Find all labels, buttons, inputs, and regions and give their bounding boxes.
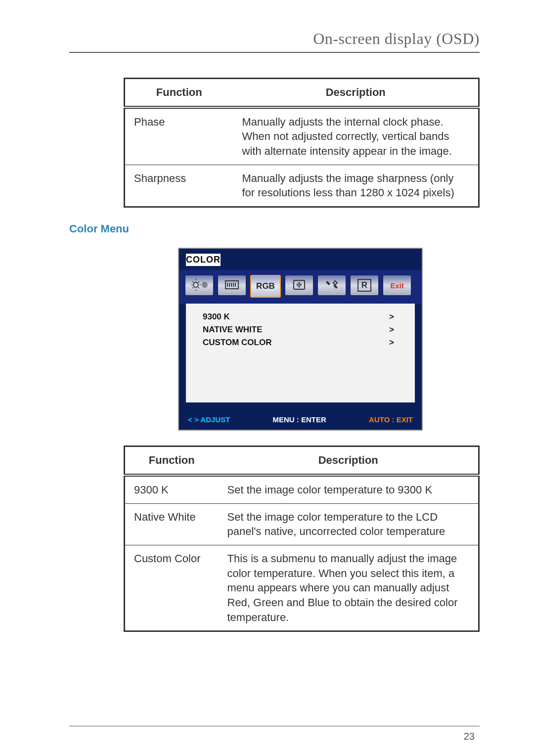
reset-icon: R bbox=[357, 279, 371, 292]
tools-icon bbox=[323, 278, 340, 293]
osd-tab-position[interactable] bbox=[285, 275, 313, 296]
page-number: 23 bbox=[464, 731, 475, 742]
osd-hint-auto: AUTO : EXIT bbox=[369, 415, 413, 424]
osd-screenshot: COLOR RGB bbox=[178, 248, 423, 431]
exit-icon: Exit bbox=[390, 281, 404, 290]
chevron-right-icon: > bbox=[389, 325, 394, 335]
osd-tab-exit[interactable]: Exit bbox=[383, 275, 411, 296]
osd-body: 9300 K > NATIVE WHITE > CUSTOM COLOR > bbox=[186, 304, 415, 402]
svg-point-0 bbox=[193, 282, 198, 287]
t2-r2-function: Custom Color bbox=[125, 545, 219, 631]
osd-item-label: 9300 K bbox=[203, 312, 230, 322]
t1-header-function: Function bbox=[125, 79, 233, 107]
t1-r1-description: Manually adjusts the image sharpness (on… bbox=[233, 165, 479, 207]
t2-r1-function: Native White bbox=[125, 503, 219, 545]
osd-item[interactable]: 9300 K > bbox=[203, 311, 406, 323]
osd-tab-brightness[interactable] bbox=[185, 275, 214, 296]
rgb-icon: RGB bbox=[256, 281, 275, 291]
table-row: 9300 K Set the image color temperature t… bbox=[125, 475, 479, 503]
osd-tab-color[interactable]: RGB bbox=[250, 275, 281, 298]
osd-tab-tools[interactable] bbox=[317, 275, 346, 296]
position-icon bbox=[291, 278, 308, 293]
t2-r1-description: Set the image color temperature to the L… bbox=[219, 503, 479, 545]
osd-hint-adjust: < > ADJUST bbox=[188, 415, 230, 424]
osd-title: COLOR bbox=[186, 254, 221, 266]
osd-item[interactable]: CUSTOM COLOR > bbox=[203, 336, 406, 349]
table-row: Custom Color This is a submenu to manual… bbox=[125, 545, 479, 631]
osd-item[interactable]: NATIVE WHITE > bbox=[203, 323, 406, 336]
osd-tab-bar: RGB R Exit bbox=[179, 270, 422, 304]
page-header: On-screen display (OSD) bbox=[69, 30, 480, 53]
image-adjust-icon bbox=[223, 278, 240, 293]
color-menu-heading: Color Menu bbox=[69, 222, 480, 235]
brightness-contrast-icon bbox=[191, 278, 208, 293]
table-row: Native White Set the image color tempera… bbox=[125, 503, 479, 545]
footer-rule bbox=[69, 726, 480, 726]
t2-r0-description: Set the image color temperature to 9300 … bbox=[219, 475, 479, 503]
osd-item-label: NATIVE WHITE bbox=[203, 325, 263, 335]
function-table-1: Function Description Phase Manually adju… bbox=[124, 78, 480, 208]
osd-item-label: CUSTOM COLOR bbox=[203, 338, 271, 348]
t1-header-description: Description bbox=[233, 79, 479, 107]
osd-tab-image[interactable] bbox=[218, 275, 246, 296]
osd-footer: < > ADJUST MENU : ENTER AUTO : EXIT bbox=[179, 409, 422, 430]
t2-header-description: Description bbox=[219, 446, 479, 475]
function-table-2: Function Description 9300 K Set the imag… bbox=[124, 445, 480, 632]
t2-r0-function: 9300 K bbox=[125, 475, 219, 503]
t1-r0-function: Phase bbox=[125, 107, 233, 165]
t2-r2-description: This is a submenu to manually adjust the… bbox=[219, 545, 479, 631]
t1-r0-description: Manually adjusts the internal clock phas… bbox=[233, 107, 479, 165]
table-row: Phase Manually adjusts the internal cloc… bbox=[125, 107, 479, 165]
t2-header-function: Function bbox=[125, 446, 219, 475]
t1-r1-function: Sharpness bbox=[125, 165, 233, 207]
chevron-right-icon: > bbox=[389, 338, 394, 348]
osd-hint-menu: MENU : ENTER bbox=[273, 415, 326, 424]
osd-tab-reset[interactable]: R bbox=[350, 275, 379, 296]
table-row: Sharpness Manually adjusts the image sha… bbox=[125, 165, 479, 207]
chevron-right-icon: > bbox=[389, 312, 394, 322]
